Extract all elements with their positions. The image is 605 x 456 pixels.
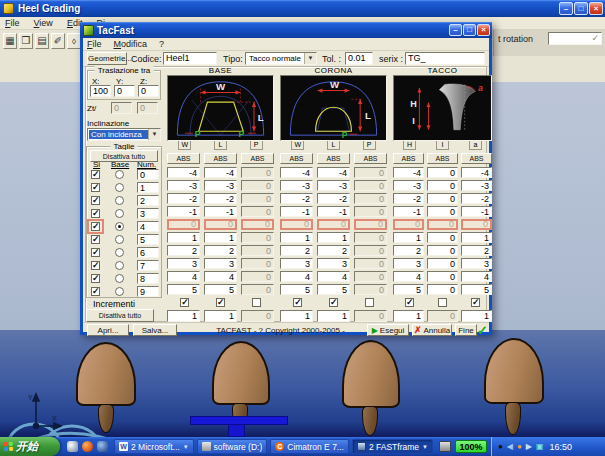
size-enabled-checkbox[interactable] bbox=[91, 261, 100, 270]
grade-value-input[interactable]: 0 bbox=[241, 258, 274, 269]
grade-value-input[interactable]: 0 bbox=[427, 284, 458, 295]
codice-input[interactable]: Heel1 bbox=[163, 52, 217, 65]
size-number-input[interactable]: 7 bbox=[137, 260, 159, 271]
grade-value-input[interactable]: 5 bbox=[280, 284, 313, 295]
clipboard-icon[interactable]: ▤ bbox=[35, 33, 49, 49]
grade-value-input[interactable]: 0 bbox=[427, 206, 458, 217]
grade-value-input[interactable]: -2 bbox=[204, 193, 237, 204]
grade-value-input[interactable]: -3 bbox=[317, 180, 350, 191]
increment-checkbox[interactable] bbox=[180, 298, 189, 307]
grade-value-input[interactable]: 2 bbox=[317, 245, 350, 256]
grade-value-input[interactable]: 0 bbox=[241, 284, 274, 295]
grade-value-input[interactable]: 0 bbox=[354, 245, 387, 256]
zt-input-1[interactable]: 0 bbox=[111, 102, 132, 114]
size-base-radio[interactable] bbox=[115, 170, 124, 179]
grade-value-input[interactable]: 2 bbox=[461, 245, 492, 256]
increment-value-input[interactable]: 0 bbox=[241, 310, 274, 322]
taskbar-button[interactable]: 2 FASTframe▼ bbox=[352, 439, 433, 454]
grade-value-input[interactable]: 4 bbox=[461, 271, 492, 282]
zt-input-2[interactable]: 0 bbox=[137, 102, 158, 114]
grade-value-input[interactable]: 0 bbox=[354, 271, 387, 282]
disattiva-tutto-increments-button[interactable]: Disattiva tutto bbox=[86, 309, 154, 322]
start-button[interactable]: 开始 bbox=[0, 437, 60, 456]
grade-value-input[interactable]: 3 bbox=[204, 258, 237, 269]
grade-value-input[interactable]: -3 bbox=[393, 180, 424, 191]
grade-value-input[interactable]: 5 bbox=[393, 284, 424, 295]
back-arrow-icon[interactable]: ◀ bbox=[507, 443, 513, 451]
grade-value-input[interactable]: -4 bbox=[317, 167, 350, 178]
grade-value-input[interactable]: 1 bbox=[461, 232, 492, 243]
grade-value-input[interactable]: -3 bbox=[280, 180, 313, 191]
play-status-icon[interactable]: ▶ bbox=[526, 443, 532, 451]
grade-value-input[interactable]: 5 bbox=[204, 284, 237, 295]
grade-value-input[interactable]: -4 bbox=[280, 167, 313, 178]
grade-value-input[interactable]: 0 bbox=[241, 167, 274, 178]
dialog-minimize-button[interactable]: – bbox=[449, 24, 462, 36]
grade-value-input[interactable]: 3 bbox=[280, 258, 313, 269]
size-base-radio[interactable] bbox=[115, 196, 124, 205]
grade-value-input[interactable]: -3 bbox=[461, 180, 492, 191]
main-minimize-button[interactable]: – bbox=[559, 2, 573, 15]
grade-value-input[interactable]: 0 bbox=[317, 219, 350, 230]
grade-value-input[interactable]: 0 bbox=[427, 258, 458, 269]
size-number-input[interactable]: 2 bbox=[137, 195, 159, 206]
grade-value-input[interactable]: -2 bbox=[393, 193, 424, 204]
abs-button[interactable]: ABS bbox=[280, 153, 313, 164]
grade-value-input[interactable]: 0 bbox=[427, 219, 458, 230]
grade-value-input[interactable]: 0 bbox=[204, 219, 237, 230]
grade-value-input[interactable]: 4 bbox=[317, 271, 350, 282]
dialog-menu-file[interactable]: File bbox=[87, 39, 102, 49]
grade-value-input[interactable]: 0 bbox=[354, 284, 387, 295]
grade-value-input[interactable]: 0 bbox=[427, 180, 458, 191]
grade-value-input[interactable]: 1 bbox=[204, 232, 237, 243]
grade-value-input[interactable]: 1 bbox=[280, 232, 313, 243]
increment-value-input[interactable]: 0 bbox=[354, 310, 387, 322]
grade-value-input[interactable]: -4 bbox=[204, 167, 237, 178]
increment-checkbox[interactable] bbox=[252, 298, 261, 307]
grade-value-input[interactable]: 0 bbox=[241, 245, 274, 256]
increment-value-input[interactable]: 1 bbox=[461, 310, 492, 322]
quicklaunch-icon-1[interactable] bbox=[67, 441, 78, 452]
page-icon[interactable]: ❒ bbox=[19, 33, 33, 49]
grade-value-input[interactable]: -1 bbox=[461, 206, 492, 217]
grade-value-input[interactable]: 5 bbox=[461, 284, 492, 295]
rotation-input[interactable]: ✓ bbox=[548, 32, 602, 45]
size-base-radio[interactable] bbox=[115, 209, 124, 218]
abs-button[interactable]: ABS bbox=[317, 153, 350, 164]
grade-value-input[interactable]: 2 bbox=[393, 245, 424, 256]
grade-value-input[interactable]: 0 bbox=[241, 271, 274, 282]
tipo-dropdown[interactable]: Tacco normale ▼ bbox=[245, 52, 317, 65]
grade-value-input[interactable]: 0 bbox=[354, 167, 387, 178]
y-input[interactable]: 0 bbox=[114, 85, 135, 97]
dialog-menu-help[interactable]: ? bbox=[159, 39, 164, 49]
dialog-menu-modifica[interactable]: Modifica bbox=[114, 39, 148, 49]
main-maximize-button[interactable]: □ bbox=[574, 2, 588, 15]
grade-value-input[interactable]: 0 bbox=[427, 271, 458, 282]
chevron-down-icon[interactable]: ▼ bbox=[148, 129, 160, 140]
taskbar-button[interactable]: CCimatron E 7... bbox=[270, 439, 349, 454]
grade-value-input[interactable]: 2 bbox=[167, 245, 200, 256]
dialog-maximize-button[interactable]: □ bbox=[463, 24, 476, 36]
grade-value-input[interactable]: 3 bbox=[317, 258, 350, 269]
size-number-input[interactable]: 9 bbox=[137, 286, 159, 297]
grade-value-input[interactable]: 0 bbox=[241, 206, 274, 217]
grade-value-input[interactable]: 0 bbox=[241, 180, 274, 191]
grade-value-input[interactable]: -1 bbox=[393, 206, 424, 217]
size-number-input[interactable]: 0 bbox=[137, 169, 159, 180]
grade-value-input[interactable]: -2 bbox=[317, 193, 350, 204]
grade-value-input[interactable]: 3 bbox=[167, 258, 200, 269]
grade-value-input[interactable]: 0 bbox=[167, 219, 200, 230]
increment-checkbox[interactable] bbox=[216, 298, 225, 307]
increment-value-input[interactable]: 1 bbox=[393, 310, 424, 322]
grade-value-input[interactable]: 0 bbox=[393, 219, 424, 230]
size-enabled-checkbox[interactable] bbox=[91, 196, 100, 205]
grade-value-input[interactable]: 3 bbox=[461, 258, 492, 269]
size-base-radio[interactable] bbox=[115, 183, 124, 192]
serix-input[interactable]: TG_ bbox=[405, 52, 485, 65]
grade-value-input[interactable]: 0 bbox=[427, 167, 458, 178]
size-number-input[interactable]: 3 bbox=[137, 208, 159, 219]
abs-button[interactable]: ABS bbox=[461, 153, 492, 164]
grade-value-input[interactable]: 0 bbox=[427, 245, 458, 256]
grade-value-input[interactable]: 1 bbox=[167, 232, 200, 243]
geometrie-button[interactable]: Geometrie... bbox=[87, 52, 127, 65]
